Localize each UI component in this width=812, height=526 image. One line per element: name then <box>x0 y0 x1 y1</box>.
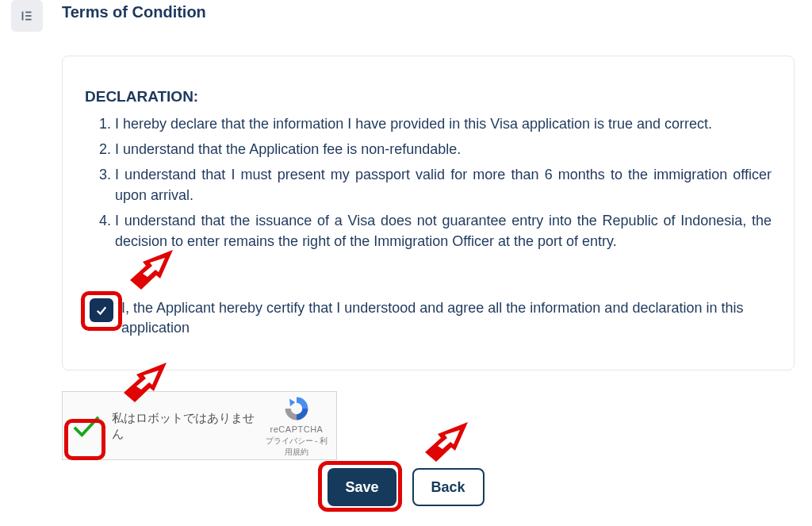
svg-marker-9 <box>425 422 468 462</box>
agree-label: I, the Applicant hereby certify that I u… <box>121 298 772 338</box>
svg-marker-10 <box>438 430 460 449</box>
recaptcha-brand: reCAPTCHA <box>262 424 331 434</box>
agree-row: I, the Applicant hereby certify that I u… <box>85 298 772 338</box>
recaptcha-privacy-link[interactable]: プライバシー <box>266 436 313 445</box>
recaptcha-widget: 私はロボットではありません reCAPTCHA プライバシー - 利用規約 <box>62 391 337 460</box>
back-button[interactable]: Back <box>412 468 485 506</box>
recaptcha-logo-icon <box>282 394 311 423</box>
declaration-heading: DECLARATION: <box>85 88 772 106</box>
declaration-item: I understand that the issuance of a Visa… <box>115 210 772 251</box>
recaptcha-checkbox[interactable] <box>71 413 102 440</box>
declaration-list: I hereby declare that the information I … <box>115 113 772 252</box>
annotation-arrow-icon <box>420 414 476 462</box>
terms-card: DECLARATION: I hereby declare that the i… <box>62 56 795 371</box>
declaration-item: I understand that I must present my pass… <box>115 164 772 205</box>
declaration-item: I hereby declare that the information I … <box>115 113 772 134</box>
recaptcha-label: 私はロボットではありません <box>110 410 262 441</box>
declaration-item: I understand that the Application fee is… <box>115 139 772 159</box>
agree-checkbox[interactable] <box>90 298 113 322</box>
save-button[interactable]: Save <box>327 468 396 506</box>
page-title: Terms of Condition <box>62 3 206 21</box>
svg-marker-6 <box>289 398 295 406</box>
button-row: Save Back <box>0 468 812 506</box>
recaptcha-links: プライバシー - 利用規約 <box>262 436 331 458</box>
document-list-icon <box>11 0 43 32</box>
svg-marker-8 <box>136 371 159 390</box>
